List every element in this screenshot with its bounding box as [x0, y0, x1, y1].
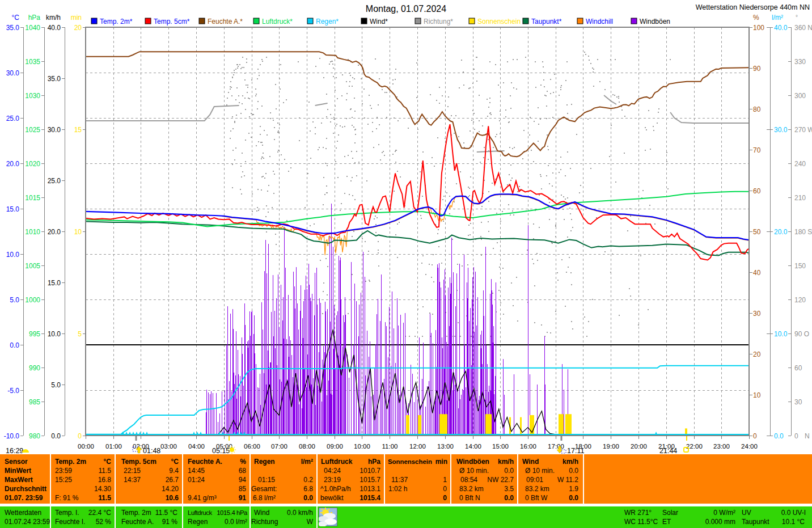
- svg-text:990: 990: [29, 364, 40, 372]
- svg-text:70: 70: [753, 146, 761, 154]
- svg-text:20:00: 20:00: [631, 443, 647, 450]
- svg-text:km/h: km/h: [46, 14, 61, 22]
- svg-text:1025: 1025: [25, 126, 40, 134]
- svg-text:12:00: 12:00: [409, 443, 426, 450]
- svg-text:-10.0: -10.0: [4, 432, 20, 440]
- svg-text:-5.0: -5.0: [7, 387, 19, 395]
- svg-text:Luftdruck*: Luftdruck*: [262, 18, 293, 26]
- svg-text:08:00: 08:00: [299, 443, 315, 450]
- svg-text:30.0: 30.0: [6, 69, 20, 77]
- svg-text:40.0: 40.0: [48, 24, 61, 32]
- svg-text:03:00: 03:00: [160, 443, 177, 450]
- svg-text:13:00: 13:00: [437, 443, 454, 450]
- svg-text:180 S: 180 S: [794, 228, 812, 236]
- svg-text:20.0: 20.0: [48, 228, 61, 236]
- svg-text:10.0: 10.0: [6, 251, 20, 259]
- svg-text:1020: 1020: [25, 160, 40, 168]
- svg-text:35.0: 35.0: [48, 75, 61, 83]
- svg-text:16:29: 16:29: [6, 447, 23, 454]
- svg-text:330: 330: [794, 58, 806, 66]
- svg-text:40.0: 40.0: [774, 24, 788, 32]
- svg-text:04:00: 04:00: [188, 443, 205, 450]
- svg-text:0.0: 0.0: [774, 432, 784, 440]
- svg-text:Sonnenschein: Sonnenschein: [477, 18, 521, 26]
- svg-text:15:00: 15:00: [492, 443, 509, 450]
- svg-text:995: 995: [29, 330, 40, 338]
- svg-text:°: °: [796, 14, 798, 20]
- svg-text:30.0: 30.0: [48, 126, 61, 134]
- svg-text:980: 980: [29, 432, 40, 440]
- svg-text:50: 50: [753, 228, 761, 236]
- svg-text:0: 0: [753, 432, 757, 440]
- svg-text:%: %: [753, 14, 759, 22]
- svg-text:21:44: 21:44: [659, 447, 677, 454]
- svg-text:60: 60: [753, 187, 761, 195]
- svg-text:09:00: 09:00: [327, 443, 343, 450]
- svg-text:20.0: 20.0: [774, 228, 788, 236]
- svg-text:06:00: 06:00: [244, 443, 260, 450]
- svg-text:10.0: 10.0: [48, 330, 61, 338]
- svg-text:Wetterstation Niedersorpe 440m: Wetterstation Niedersorpe 440m NN: [696, 3, 810, 11]
- svg-text:10.0: 10.0: [774, 330, 788, 338]
- svg-text:01:00: 01:00: [105, 443, 122, 450]
- svg-text:1035: 1035: [25, 58, 40, 66]
- svg-text:14:00: 14:00: [465, 443, 481, 450]
- svg-text:10: 10: [74, 228, 82, 236]
- svg-text:1015: 1015: [25, 194, 40, 202]
- svg-text:Windböen: Windböen: [640, 18, 670, 26]
- svg-text:240: 240: [794, 160, 806, 168]
- svg-text:11:00: 11:00: [382, 443, 398, 450]
- svg-text:80: 80: [753, 105, 761, 113]
- svg-text:15.0: 15.0: [48, 279, 61, 287]
- svg-text:17:11: 17:11: [567, 447, 584, 454]
- svg-text:5: 5: [78, 330, 82, 338]
- svg-text:90: 90: [753, 65, 761, 73]
- svg-text:20.0: 20.0: [6, 160, 20, 168]
- svg-text:40: 40: [753, 269, 761, 277]
- svg-text:23:00: 23:00: [713, 443, 730, 450]
- svg-text:90 O: 90 O: [794, 330, 809, 338]
- svg-text:Wind*: Wind*: [370, 18, 388, 26]
- svg-text:24:00: 24:00: [741, 443, 758, 450]
- svg-text:300: 300: [794, 92, 806, 100]
- svg-text:Temp. 2m*: Temp. 2m*: [100, 18, 133, 26]
- svg-text:10: 10: [753, 391, 761, 399]
- svg-text:l/m²: l/m²: [772, 14, 783, 22]
- svg-text:30: 30: [794, 398, 802, 406]
- svg-text:20: 20: [753, 350, 761, 358]
- svg-text:Richtung*: Richtung*: [424, 18, 453, 26]
- svg-text:270 W: 270 W: [794, 126, 812, 134]
- svg-text:25.0: 25.0: [48, 177, 61, 185]
- svg-text:25.0: 25.0: [6, 115, 20, 123]
- svg-text:30: 30: [753, 310, 761, 318]
- svg-text:1005: 1005: [25, 262, 40, 270]
- svg-text:N: N: [805, 432, 810, 440]
- svg-text:17:00: 17:00: [548, 443, 564, 450]
- svg-text:16:00: 16:00: [520, 443, 536, 450]
- svg-text:60: 60: [794, 364, 802, 372]
- svg-text:360 N: 360 N: [794, 24, 812, 32]
- svg-text:985: 985: [29, 398, 40, 406]
- svg-text:min: min: [71, 14, 82, 22]
- svg-text:120: 120: [794, 296, 806, 304]
- svg-text:0: 0: [794, 432, 798, 440]
- svg-text:01:48: 01:48: [143, 447, 160, 454]
- svg-text:20: 20: [74, 24, 82, 32]
- svg-text:19:00: 19:00: [603, 443, 619, 450]
- svg-text:hPa: hPa: [28, 14, 41, 22]
- svg-text:0.0: 0.0: [51, 432, 61, 440]
- svg-text:5.0: 5.0: [51, 381, 61, 389]
- svg-text:10:00: 10:00: [354, 443, 370, 450]
- svg-text:1010: 1010: [25, 228, 40, 236]
- svg-text:100: 100: [753, 24, 764, 32]
- svg-text:05:15: 05:15: [212, 447, 230, 454]
- svg-text:15.0: 15.0: [6, 205, 20, 213]
- svg-text:Feuchte A.*: Feuchte A.*: [208, 18, 243, 26]
- svg-text:07:00: 07:00: [271, 443, 287, 450]
- svg-text:35.0: 35.0: [6, 24, 20, 32]
- svg-text:150: 150: [794, 262, 806, 270]
- svg-text:00:00: 00:00: [78, 443, 94, 450]
- svg-text:Windchill: Windchill: [586, 18, 613, 26]
- svg-text:Regen*: Regen*: [316, 18, 339, 26]
- svg-text:1000: 1000: [25, 296, 40, 304]
